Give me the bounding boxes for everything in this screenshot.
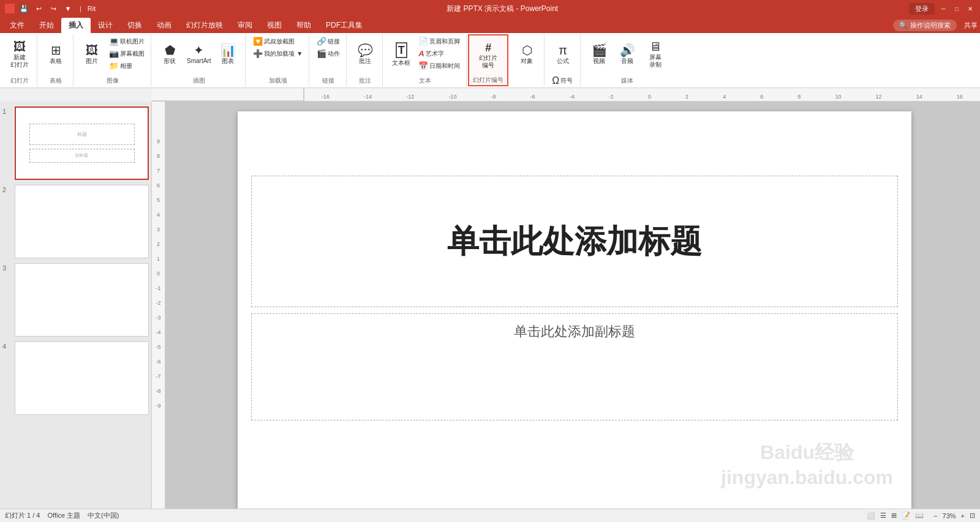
- textbox-button[interactable]: T 文本框: [388, 35, 415, 73]
- slide-subtitle-box[interactable]: 单击此处添加副标题: [251, 313, 898, 420]
- audio-button[interactable]: 🔊 音频: [614, 35, 641, 73]
- action-button[interactable]: 🎬 动作: [314, 48, 342, 59]
- search-box[interactable]: 🔍 操作说明搜索: [893, 20, 957, 31]
- group-text: T 文本框 📄 页眉和页脚 A 艺术字 📅 日期和时间 文本: [384, 34, 467, 86]
- shapes-button[interactable]: ⬟ 形状: [156, 35, 183, 73]
- slide-canvas[interactable]: 单击此处添加标题 单击此处添加副标题 Baidu经验 jingyan.baidu…: [238, 111, 911, 509]
- datetime-button[interactable]: 📅 日期和时间: [416, 60, 462, 72]
- screenshot-button[interactable]: 📷 屏幕截图: [107, 48, 147, 59]
- screenrecord-button[interactable]: 🖥 屏幕录制: [642, 35, 669, 73]
- customize-btn[interactable]: ▼: [62, 3, 74, 14]
- tab-file[interactable]: 文件: [2, 18, 32, 33]
- group-symbols: π 公式 Ω 符号 符号: [546, 34, 581, 86]
- login-button[interactable]: 登录: [909, 3, 935, 15]
- object-icon: ⬡: [522, 44, 532, 56]
- save-btn[interactable]: 💾: [18, 3, 29, 14]
- view-outline-icon[interactable]: ☰: [880, 512, 886, 520]
- slide-panel: 1 标题 副标题 2 3 4: [0, 102, 152, 522]
- link-button[interactable]: 🔗 链接: [314, 35, 342, 47]
- smartart-icon: ✦: [194, 44, 204, 56]
- slide-item-1[interactable]: 1 标题 副标题: [2, 106, 149, 180]
- view-normal-icon[interactable]: ⬜: [867, 512, 875, 520]
- table-button[interactable]: ⊞ 表格: [42, 35, 69, 73]
- smartart-button[interactable]: ✦ SmartArt: [184, 35, 213, 73]
- zoom-in-btn[interactable]: +: [961, 512, 965, 520]
- chart-button[interactable]: 📊 图表: [214, 35, 241, 73]
- slide-item-4[interactable]: 4: [2, 341, 149, 415]
- new-slide-button[interactable]: 🖼 新建幻灯片: [6, 35, 33, 73]
- view-reading-icon[interactable]: 📖: [915, 512, 924, 520]
- share-button[interactable]: 共享: [964, 21, 978, 30]
- maximize-button[interactable]: □: [952, 4, 962, 13]
- slide-item-2[interactable]: 2: [2, 185, 149, 258]
- comment-button[interactable]: 💬 批注: [352, 35, 379, 73]
- view-slidesorter-icon[interactable]: ⊞: [891, 512, 897, 520]
- main-area: 1 标题 副标题 2 3 4: [0, 102, 980, 522]
- watermark-line2: jingyan.baidu.com: [721, 465, 893, 491]
- wordart-button[interactable]: A 艺术字: [416, 48, 462, 59]
- formula-button[interactable]: π 公式: [549, 35, 576, 73]
- action-icon: 🎬: [317, 49, 326, 58]
- app-name: Rit: [88, 5, 96, 12]
- tab-transition[interactable]: 切换: [120, 18, 149, 33]
- group-media-label: 媒体: [621, 75, 633, 85]
- slide-title-text: 单击此处添加标题: [447, 220, 702, 263]
- tab-design[interactable]: 设计: [91, 18, 120, 33]
- group-images-label: 图像: [107, 75, 119, 85]
- search-label: 操作说明搜索: [910, 21, 951, 30]
- tab-review[interactable]: 审阅: [230, 18, 260, 33]
- slides-tools: 🖼 新建幻灯片: [6, 35, 33, 75]
- tab-insert[interactable]: 插入: [61, 18, 91, 33]
- header-footer-button[interactable]: 📄 页眉和页脚: [416, 35, 462, 47]
- picture-icon: 🖼: [86, 44, 98, 56]
- slide-thumb-4[interactable]: [15, 341, 149, 415]
- fit-btn[interactable]: ⊡: [970, 512, 975, 520]
- symbol-button[interactable]: Ω 符号: [549, 74, 576, 88]
- undo-btn[interactable]: ↩: [33, 3, 44, 14]
- video-icon: 🎬: [592, 44, 607, 56]
- close-button[interactable]: ✕: [965, 4, 975, 13]
- 武叔-button[interactable]: 🔽 武叔放截图: [251, 35, 305, 47]
- group-addins-label: 加载项: [269, 75, 287, 85]
- slide-title-box[interactable]: 单击此处添加标题: [251, 176, 898, 307]
- my-addins-button[interactable]: ➕ 我的加载项 ▼: [251, 48, 305, 59]
- video-button[interactable]: 🎬 视频: [586, 35, 612, 73]
- ruler-h-track: /* ticks rendered inline */ -16-14-12-10…: [304, 88, 980, 101]
- slide-number-2: 2: [2, 186, 11, 193]
- group-slides-label: 幻灯片: [10, 75, 29, 85]
- slidenum-icon: #: [485, 42, 491, 53]
- object-button[interactable]: ⬡ 对象: [513, 35, 540, 73]
- picture-button[interactable]: 🖼 图片: [78, 35, 105, 73]
- shapes-icon: ⬟: [165, 44, 175, 56]
- tab-slideshow[interactable]: 幻灯片放映: [179, 18, 230, 33]
- canvas-area[interactable]: 9 8 7 6 5 4 3 2 1 0 -1 -2 -3 -4 -5 -6 -7…: [152, 102, 980, 522]
- group-objects: ⬡ 对象: [510, 34, 545, 86]
- slide-thumb-2[interactable]: [15, 185, 149, 258]
- tab-animation[interactable]: 动画: [149, 18, 179, 33]
- tab-help[interactable]: 帮助: [289, 18, 318, 33]
- redo-btn[interactable]: ↪: [48, 3, 59, 14]
- screenrecord-icon: 🖥: [649, 40, 662, 53]
- group-illustrations: ⬟ 形状 ✦ SmartArt 📊 图表 插图: [153, 34, 246, 86]
- datetime-icon: 📅: [418, 61, 428, 70]
- slide-number-1: 1: [2, 108, 11, 115]
- online-pic-icon: 💻: [109, 37, 119, 46]
- tab-home[interactable]: 开始: [32, 18, 61, 33]
- slide-thumb-3[interactable]: [15, 263, 149, 337]
- zoom-out-btn[interactable]: −: [933, 512, 937, 520]
- view-notes-icon[interactable]: 📝: [902, 512, 910, 520]
- ruler-corner: [152, 88, 304, 101]
- slidenum-button[interactable]: # 幻灯片编号: [475, 37, 502, 75]
- album-button[interactable]: 📁 相册: [107, 60, 147, 72]
- link-icon: 🔗: [317, 37, 326, 46]
- online-picture-button[interactable]: 💻 联机图片: [107, 35, 147, 47]
- titlebar: 💾 ↩ ↪ ▼ | Rit 新建 PPTX 演示文稿 - PowerPoint …: [0, 0, 980, 17]
- minimize-button[interactable]: ─: [938, 4, 948, 13]
- tab-pdf[interactable]: PDF工具集: [318, 18, 370, 33]
- slide-thumb-1[interactable]: 标题 副标题: [15, 106, 149, 180]
- slide-item-3[interactable]: 3: [2, 263, 149, 337]
- tab-view[interactable]: 视图: [260, 18, 289, 33]
- group-illustrations-label: 插图: [193, 75, 205, 85]
- ruler-vertical: 9 8 7 6 5 4 3 2 1 0 -1 -2 -3 -4 -5 -6 -7…: [152, 102, 165, 522]
- ruler-horizontal: /* ticks rendered inline */ -16-14-12-10…: [152, 88, 980, 102]
